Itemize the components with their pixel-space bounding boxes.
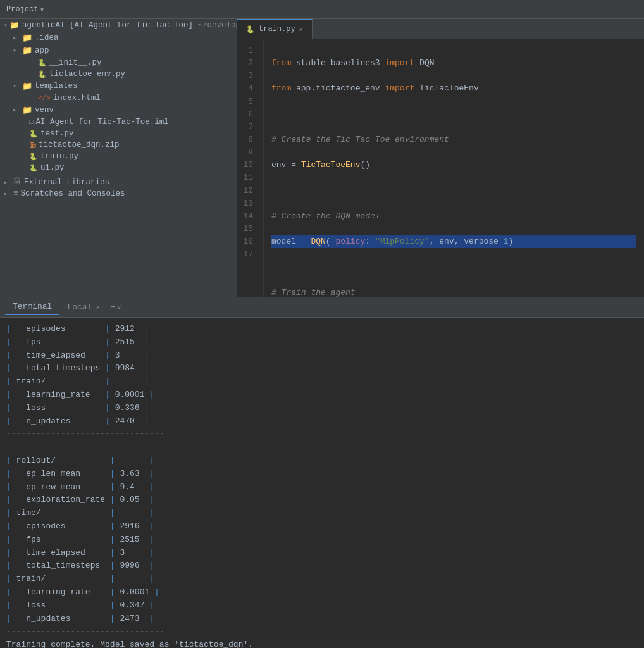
- sidebar-item-external-libs[interactable]: 🏛 External Libraries: [0, 176, 237, 188]
- code-line-4: # Create the Tic Tac Toe environment: [271, 134, 636, 146]
- project-chevron: ∨: [40, 6, 44, 13]
- python-tab-icon: 🐍: [246, 25, 255, 34]
- term-line: | rollout/ | |: [6, 454, 638, 468]
- line-numbers: 12345 678910 1112131415 1617: [237, 39, 264, 297]
- test-label: test.py: [40, 129, 74, 138]
- sidebar-item-tictactoe-env[interactable]: 🐍 tictactoe_env.py: [0, 68, 237, 80]
- sidebar-item-app[interactable]: 📁 app: [0, 44, 237, 57]
- sidebar-item-index-html[interactable]: </> index.html: [0, 92, 237, 104]
- terminal-tab-label: Terminal: [13, 302, 52, 311]
- term-line: | total_timesteps | 9984 |: [6, 362, 638, 375]
- idea-label: .idea: [35, 34, 59, 42]
- sidebar-item-venv[interactable]: 📁 venv: [0, 104, 237, 116]
- html-icon: </>: [38, 94, 51, 102]
- venv-chevron: [13, 106, 20, 114]
- templates-chevron: [13, 82, 20, 90]
- terminal-area: Terminal Local ✕ + ∨ | episodes | 2912 |…: [0, 297, 644, 648]
- term-line: | fps | 2515 |: [6, 533, 638, 547]
- main-area: 📁 agenticAI [AI Agent for Tic-Tac-Toe] ~…: [0, 19, 644, 297]
- term-line: | train/ | |: [6, 375, 638, 389]
- python-icon: 🐍: [29, 130, 38, 138]
- ext-libs-label: External Libraries: [24, 178, 109, 187]
- sidebar-root[interactable]: 📁 agenticAI [AI Agent for Tic-Tac-Toe] ~…: [0, 19, 237, 32]
- term-separator-3: --------------------------------: [6, 625, 638, 639]
- root-chevron: [4, 22, 8, 29]
- code-content: from stable_baselines3 import DQN from a…: [264, 39, 644, 297]
- term-separator-1: --------------------------------: [6, 428, 638, 441]
- term-final-line: Training complete. Model saved as 'ticta…: [6, 639, 638, 648]
- code-editor: 12345 678910 1112131415 1617 from stable…: [237, 39, 644, 297]
- term-line: | time/ | |: [6, 507, 638, 520]
- code-line-10: # Train the agent: [271, 287, 636, 297]
- templates-label: templates: [35, 82, 78, 90]
- root-label: agenticAI [AI Agent for Tic-Tac-Toe] ~/d…: [22, 21, 237, 30]
- terminal-tab-chevron[interactable]: ∨: [117, 303, 121, 311]
- terminal-new-tab-button[interactable]: +: [110, 302, 116, 313]
- code-line-5: env = TicTacToeEnv(): [271, 159, 636, 171]
- zip-icon: 🗜: [29, 141, 36, 149]
- sidebar-item-ui[interactable]: 🐍 ui.py: [0, 162, 237, 173]
- code-line-2: from app.tictactoe_env import TicTacToeE…: [271, 82, 636, 95]
- sidebar-item-iml[interactable]: □ AI Agent for Tic-Tac-Toe.iml: [0, 116, 237, 128]
- sidebar-item-zip[interactable]: 🗜 tictactoe_dqn.zip: [0, 139, 237, 151]
- zip-label: tictactoe_dqn.zip: [39, 140, 120, 149]
- code-line-6: [271, 185, 636, 197]
- term-line: | n_updates | 2470 |: [6, 415, 638, 428]
- term-line: | ep_len_mean | 3.63 |: [6, 468, 638, 481]
- terminal-local-label: Local: [67, 302, 92, 312]
- sidebar-item-train[interactable]: 🐍 train.py: [0, 151, 237, 162]
- folder-icon: 📁: [22, 81, 32, 91]
- project-label: Project: [6, 5, 38, 14]
- term-separator-2: --------------------------------: [6, 441, 638, 454]
- sidebar-item-scratches[interactable]: ≡ Scratches and Consoles: [0, 188, 237, 199]
- top-bar: Project ∨: [0, 0, 644, 19]
- term-line: | fps | 2515 |: [6, 336, 638, 349]
- sidebar-item-idea[interactable]: 📁 .idea: [0, 32, 237, 44]
- tab-close-button[interactable]: ✕: [299, 25, 304, 34]
- init-label: __init__.py: [49, 58, 102, 67]
- terminal-tab-bar: Terminal Local ✕ + ∨: [0, 297, 644, 318]
- iml-label: AI Agent for Tic-Tac-Toe.iml: [36, 118, 169, 127]
- term-line: | time_elapsed | 3 |: [6, 349, 638, 363]
- ext-libs-chevron: [4, 178, 11, 186]
- venv-label: venv: [35, 106, 54, 115]
- app-chevron: [13, 47, 20, 54]
- train-label: train.py: [40, 152, 78, 161]
- ui-label: ui.py: [40, 163, 65, 172]
- editor-area: 🐍 train.py ✕ 12345 678910 1112131415 161…: [237, 19, 644, 297]
- term-line: | episodes | 2912 |: [6, 323, 638, 336]
- term-line: | learning_rate | 0.0001 |: [6, 389, 638, 402]
- code-line-9: [271, 261, 636, 273]
- scratches-label: Scratches and Consoles: [21, 189, 125, 198]
- term-line: | learning_rate | 0.0001 |: [6, 586, 638, 599]
- term-line: | train/ | |: [6, 573, 638, 586]
- terminal-local-close[interactable]: ✕: [96, 303, 100, 311]
- term-line: | episodes | 2916 |: [6, 520, 638, 533]
- tab-filename: train.py: [259, 25, 295, 34]
- python-icon: 🐍: [29, 153, 38, 161]
- sidebar-item-test[interactable]: 🐍 test.py: [0, 128, 237, 139]
- folder-icon: 📁: [22, 33, 32, 43]
- scratches-chevron: [4, 190, 11, 197]
- sidebar-item-templates[interactable]: 📁 templates: [0, 80, 237, 92]
- python-icon: 🐍: [29, 164, 38, 172]
- sidebar: 📁 agenticAI [AI Agent for Tic-Tac-Toe] ~…: [0, 19, 237, 297]
- code-line-7: # Create the DQN model: [271, 210, 636, 223]
- editor-tab-train[interactable]: 🐍 train.py ✕: [237, 19, 313, 39]
- sidebar-item-init[interactable]: 🐍 __init__.py: [0, 57, 237, 68]
- python-icon: 🐍: [38, 59, 47, 67]
- terminal-tab-main[interactable]: Terminal: [5, 299, 59, 315]
- term-line: | total_timesteps | 9996 |: [6, 559, 638, 573]
- term-line: | time_elapsed | 3 |: [6, 547, 638, 560]
- editor-tab-bar: 🐍 train.py ✕: [237, 19, 644, 39]
- folder-icon: 📁: [22, 105, 32, 115]
- code-line-3: [271, 108, 636, 121]
- app-label: app: [35, 46, 49, 55]
- index-html-label: index.html: [53, 94, 101, 103]
- tictactoe-env-label: tictactoe_env.py: [49, 70, 125, 78]
- folder-icon: 📁: [22, 46, 32, 56]
- terminal-tab-local[interactable]: Local ✕: [59, 300, 108, 315]
- iml-icon: □: [29, 118, 34, 126]
- term-line: | n_updates | 2473 |: [6, 613, 638, 626]
- term-line: | ep_rew_mean | 9.4 |: [6, 481, 638, 494]
